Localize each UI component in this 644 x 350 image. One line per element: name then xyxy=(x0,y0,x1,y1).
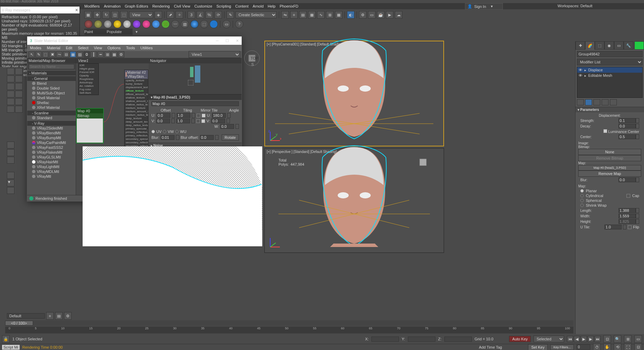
viewport-top-wireframe[interactable] xyxy=(83,146,262,246)
spherical-radio[interactable] xyxy=(580,199,584,202)
display-space-icon[interactable] xyxy=(15,91,23,97)
layer-select[interactable]: Default xyxy=(7,313,45,319)
u-tile-check[interactable] xyxy=(202,114,205,117)
mat-vraymdl[interactable]: VRayMDLMtl xyxy=(27,169,76,174)
expand-icon[interactable] xyxy=(7,187,14,194)
flip-check[interactable] xyxy=(628,225,632,229)
make-unique-icon[interactable] xyxy=(593,99,600,105)
cat-vray[interactable]: - V-Ray xyxy=(27,121,76,126)
parameters-header[interactable]: Parameters xyxy=(576,107,644,112)
menu-content[interactable]: Content xyxy=(235,4,249,8)
mat-vrayhair[interactable]: VRayHairMtl xyxy=(27,159,76,164)
remove-modifier-icon[interactable] xyxy=(602,99,609,105)
tab-modify-icon[interactable]: 🌈 xyxy=(585,41,595,50)
move-icon[interactable]: ✥ xyxy=(93,11,101,19)
mat-standard[interactable]: Standard xyxy=(27,115,76,120)
selectlink-icon[interactable]: ⬈ xyxy=(167,11,174,19)
cat-general[interactable]: - General xyxy=(27,76,76,81)
spinner-icon[interactable] xyxy=(636,134,639,139)
spinner-icon[interactable] xyxy=(636,177,639,182)
time-config-icon[interactable]: ⏱ xyxy=(593,343,601,350)
rotate-icon[interactable]: ↻ xyxy=(102,11,110,19)
map-title-bar[interactable]: Map #0 (head1_3.PSD) xyxy=(149,95,242,100)
menu-arnold[interactable]: Arnold xyxy=(253,4,264,8)
u-mirror-check[interactable] xyxy=(197,114,200,117)
node-material-vrayskin[interactable]: Material #2VRaySkin... opacity_texturebu… xyxy=(124,70,148,155)
menu-grapheditors[interactable]: Graph Editors xyxy=(125,4,148,8)
spinner-icon[interactable] xyxy=(636,118,639,123)
shelf-paint[interactable]: Paint xyxy=(84,30,93,34)
timetag-label[interactable]: Add Time Tag xyxy=(479,345,502,349)
viewport-perspective[interactable]: [+] [Perspective ] [Standard] [Default S… xyxy=(264,148,444,253)
current-frame-input[interactable] xyxy=(577,344,590,350)
planar-radio[interactable] xyxy=(580,189,584,193)
spinner-icon[interactable] xyxy=(636,214,639,218)
bluroffset-input[interactable] xyxy=(200,135,214,140)
mat-doublesided[interactable]: Double Sided xyxy=(27,86,76,91)
w-angle-input[interactable] xyxy=(220,124,234,129)
goto-start-icon[interactable]: ⏮ xyxy=(567,336,573,342)
render-production-icon[interactable]: ▶ xyxy=(386,11,393,19)
blue-ball-icon[interactable] xyxy=(210,20,218,28)
preview-icon[interactable]: 0 xyxy=(84,51,90,58)
placement-icon[interactable]: ⬚ xyxy=(120,11,128,19)
slate-menu-material[interactable]: Material xyxy=(47,46,60,50)
named-sel-icon[interactable]: ✎ xyxy=(226,11,234,19)
tab-create-icon[interactable]: ✚ xyxy=(576,41,585,50)
display-all-icon[interactable] xyxy=(7,68,14,75)
showbg-icon[interactable]: ▨ xyxy=(77,51,83,58)
bitmap-none-button[interactable]: None xyxy=(578,149,641,155)
sun-icon[interactable] xyxy=(113,20,122,28)
stack-displace[interactable]: 👁▸ Displace xyxy=(577,67,642,73)
spinner-icon[interactable] xyxy=(172,113,175,118)
cat-scanline[interactable]: - Scanline xyxy=(27,111,76,115)
view-icon[interactable] xyxy=(7,157,14,164)
spinner-icon[interactable] xyxy=(226,119,230,123)
plant-icon[interactable]: 🌿 xyxy=(161,20,170,28)
layer-manager-icon[interactable]: ≡ xyxy=(46,312,54,320)
keyfilters-button[interactable]: Key Filters... xyxy=(550,344,574,350)
move-children-icon[interactable]: ⤳ xyxy=(56,51,62,58)
spinner-icon[interactable] xyxy=(636,208,639,213)
pivot-icon[interactable]: ◈ xyxy=(155,11,162,19)
container-icon[interactable]: ▭ xyxy=(222,20,231,28)
viewcube-mini-icon[interactable] xyxy=(416,155,430,169)
tab-utilities-icon[interactable]: 🔧 xyxy=(624,41,633,50)
cat-materials[interactable]: - Materials xyxy=(27,71,76,75)
rotate-button[interactable]: Rotate xyxy=(222,134,239,141)
layer-add-icon[interactable]: ▤ xyxy=(55,312,63,320)
slate-view-select[interactable]: View1 xyxy=(189,51,240,58)
v-tiling-input[interactable] xyxy=(176,119,190,123)
center-input[interactable] xyxy=(619,134,636,139)
show-end-result-icon[interactable] xyxy=(585,99,592,105)
menu-animation[interactable]: Animation xyxy=(104,4,121,8)
sphere-red-icon[interactable] xyxy=(84,20,93,28)
cap-check[interactable] xyxy=(626,194,630,198)
z-coord-input[interactable] xyxy=(444,337,472,342)
display-hidden-icon[interactable] xyxy=(15,106,23,113)
manip-icon[interactable]: ✧ xyxy=(176,11,183,19)
strength-input[interactable] xyxy=(619,118,636,123)
pin-stack-icon[interactable] xyxy=(577,99,584,105)
modifier-list-select[interactable]: Modifier List xyxy=(577,59,643,65)
slate-menu-view[interactable]: View xyxy=(94,46,102,50)
assignmat-icon[interactable]: ⬚ xyxy=(42,51,49,58)
u-offset-input[interactable] xyxy=(157,113,170,118)
mat-blend[interactable]: Blend xyxy=(27,81,76,86)
lock-icon[interactable]: 🔒 xyxy=(2,335,10,343)
y-coord-input[interactable] xyxy=(408,337,435,342)
spinner-icon[interactable] xyxy=(171,119,175,123)
color-swatch[interactable] xyxy=(634,41,644,50)
sphere-yellow-icon[interactable] xyxy=(94,20,102,28)
named-selection-select[interactable]: Create Selection Se xyxy=(235,11,277,18)
chevron-down-icon[interactable]: ▾ xyxy=(136,30,138,34)
render-frame-icon[interactable]: ▭ xyxy=(368,11,376,19)
display-container-icon[interactable] xyxy=(15,98,23,105)
showmap-icon[interactable]: ▦ xyxy=(70,51,76,58)
tab-hierarchy-icon[interactable]: ⬚ xyxy=(595,41,604,50)
script-listener[interactable]: Script Mi xyxy=(2,345,20,350)
slate-menu-options[interactable]: Options xyxy=(107,46,120,50)
percent-snap-icon[interactable]: % xyxy=(205,11,213,19)
scene-explorer-collapse[interactable] xyxy=(0,67,6,334)
min-max-icon[interactable]: ⊡ xyxy=(634,343,642,350)
